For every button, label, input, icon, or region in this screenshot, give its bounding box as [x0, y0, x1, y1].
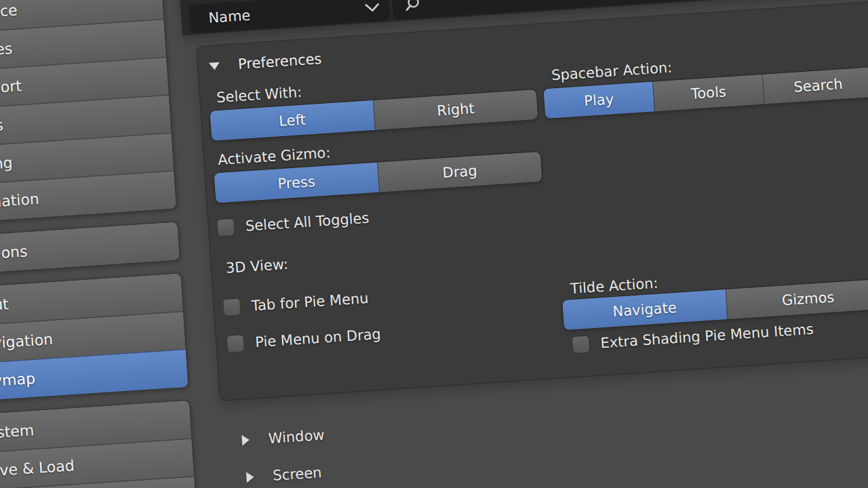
preferences-panel-header[interactable]: Preferences — [208, 48, 322, 77]
triangle-right-icon — [241, 434, 250, 446]
select-all-toggles-checkbox[interactable] — [216, 218, 235, 237]
keymap-filter-value: Name — [208, 7, 251, 26]
select-with-label: Select With: — [216, 83, 302, 106]
triangle-right-icon — [246, 472, 254, 483]
tab-for-pie-menu-label: Tab for Pie Menu — [251, 289, 369, 314]
preferences-panel: Preferences Select With: Left Right Spac… — [196, 0, 868, 401]
pie-menu-on-drag-row[interactable]: Pie Menu on Drag — [226, 324, 381, 354]
sidebar-item-addons[interactable]: Add-ons — [0, 222, 180, 280]
spacebar-search-button[interactable]: Search — [762, 67, 868, 104]
tilde-gizmos-button[interactable]: Gizmos — [725, 279, 868, 319]
blender-preferences-window: Interface Themes Viewport Lights Editing… — [0, 0, 868, 488]
spacebar-tools-button[interactable]: Tools — [652, 75, 764, 112]
select-with-right-button[interactable]: Right — [373, 89, 538, 130]
extra-shading-checkbox[interactable] — [572, 336, 591, 354]
activate-gizmo-label: Activate Gizmo: — [218, 144, 332, 169]
tab-for-pie-menu-checkbox[interactable] — [222, 298, 241, 317]
gizmo-press-button[interactable]: Press — [214, 163, 379, 203]
chevron-down-icon — [363, 0, 381, 14]
window-panel-label: Window — [268, 426, 325, 447]
tab-for-pie-menu-row[interactable]: Tab for Pie Menu — [222, 288, 370, 318]
select-all-toggles-row[interactable]: Select All Toggles — [216, 208, 370, 239]
screen-panel-header[interactable]: Screen — [241, 462, 323, 488]
window-panel-header[interactable]: Window — [236, 425, 326, 451]
select-with-left-button[interactable]: Left — [210, 100, 375, 141]
3d-view-section-label: 3D View: — [225, 256, 288, 277]
search-icon — [403, 0, 423, 15]
sidebar-group-1: Interface Themes Viewport Lights Editing… — [0, 0, 177, 230]
sidebar-group-2: Add-ons — [0, 221, 180, 281]
gizmo-drag-button[interactable]: Drag — [377, 152, 542, 192]
sidebar-group-3: Input Navigation Keymap — [0, 272, 189, 408]
pie-menu-on-drag-label: Pie Menu on Drag — [254, 325, 381, 351]
spacebar-play-button[interactable]: Play — [543, 82, 654, 119]
screen-panel-label: Screen — [273, 464, 323, 485]
select-all-toggles-label: Select All Toggles — [245, 209, 370, 235]
pie-menu-on-drag-checkbox[interactable] — [226, 334, 245, 353]
keymap-filter-dropdown[interactable]: Name — [189, 0, 390, 33]
panel-title: Preferences — [237, 51, 322, 73]
sidebar-group-4: System Save & Load — [0, 400, 197, 488]
triangle-down-icon — [209, 62, 220, 70]
